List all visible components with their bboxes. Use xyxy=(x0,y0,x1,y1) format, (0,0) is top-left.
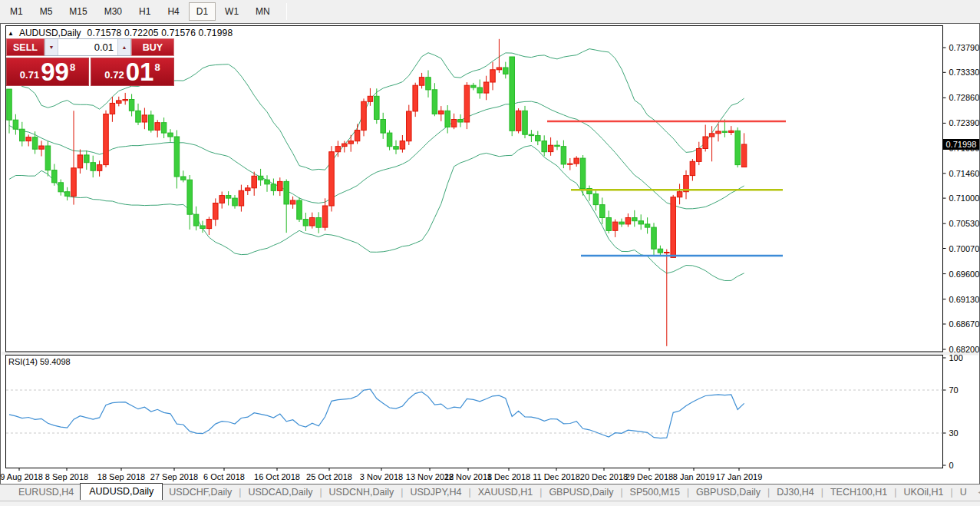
candle-body xyxy=(355,131,360,141)
candle-body xyxy=(58,183,64,192)
candle-body xyxy=(703,137,708,149)
candle-body xyxy=(523,111,528,134)
candle-body xyxy=(716,131,721,134)
price-tick-label: 0.73330 xyxy=(949,68,980,77)
candle-body xyxy=(342,144,348,147)
candle-body xyxy=(110,103,115,114)
chart-tab-audusd-daily[interactable]: AUDUSD,Daily xyxy=(80,483,163,500)
candle-body xyxy=(658,249,663,253)
candle-body xyxy=(335,147,341,152)
date-tick-label: 20 Dec 2018 xyxy=(580,472,628,481)
candle-body xyxy=(161,123,167,133)
candle-body xyxy=(129,100,134,111)
date-tick-label: 29 Aug 2018 xyxy=(0,472,43,481)
candle-body xyxy=(536,136,541,141)
candle-body xyxy=(671,197,676,258)
timeframe-button-m30[interactable]: M30 xyxy=(97,2,130,21)
candle-body xyxy=(432,90,437,114)
chart-tab-usdchf-daily[interactable]: USDCHF,Daily xyxy=(163,485,238,499)
tab-scroll-arrows: ◄► xyxy=(973,487,980,498)
date-tick-label: 8 Sep 2018 xyxy=(45,472,88,481)
candle-body xyxy=(39,146,45,149)
timeframe-button-h1[interactable]: H1 xyxy=(131,2,158,21)
candle-body xyxy=(612,222,618,230)
rsi-tick-label: 0 xyxy=(949,461,954,470)
candle-body xyxy=(193,214,199,226)
candle-body xyxy=(407,111,412,141)
timeframe-button-m1[interactable]: M1 xyxy=(2,2,31,21)
candle-body xyxy=(97,165,102,171)
timeframe-button-m5[interactable]: M5 xyxy=(32,2,61,21)
candle-body xyxy=(375,96,380,119)
candle-body xyxy=(600,205,605,218)
candle-body xyxy=(665,253,670,253)
price-tick-label: 0.70070 xyxy=(949,244,980,253)
chart-tab-gbpusd-daily[interactable]: GBPUSD,Daily xyxy=(690,485,767,499)
timeframe-button-m15[interactable]: M15 xyxy=(61,2,94,21)
timeframe-button-d1[interactable]: D1 xyxy=(189,2,216,21)
collapse-triangle-icon[interactable]: ▲ xyxy=(8,30,14,37)
chart-tab-usdcad-daily[interactable]: USDCAD,Daily xyxy=(242,485,318,499)
chart-tab-usdcnh-daily[interactable]: USDCNH,Daily xyxy=(323,485,401,499)
candle-body xyxy=(20,129,25,141)
candle-body xyxy=(625,218,631,224)
volume-increase-icon[interactable]: ▲ xyxy=(117,39,130,55)
chart-symbol-title: AUDUSD,Daily xyxy=(19,28,81,38)
candle-body xyxy=(419,78,424,86)
timeframe-button-mn[interactable]: MN xyxy=(248,2,278,21)
candle-body xyxy=(709,134,714,137)
candle-body xyxy=(464,85,470,122)
bid-price-big: 99 xyxy=(41,59,69,84)
chart-tab-xauusd-h1[interactable]: XAUUSD,H1 xyxy=(472,485,539,499)
candle-body xyxy=(542,141,547,152)
chart-tab-dj30-h4[interactable]: DJ30,H4 xyxy=(770,485,820,499)
sell-button[interactable]: SELL xyxy=(6,38,45,56)
bottom-strip xyxy=(0,501,980,506)
candle-body xyxy=(142,115,147,122)
chart-tab-eurusd-h4[interactable]: EURUSD,H4 xyxy=(12,485,80,499)
rsi-tick-label: 100 xyxy=(949,353,963,362)
candle-body xyxy=(361,101,367,130)
candle-body xyxy=(677,192,682,197)
candle-body xyxy=(149,115,154,131)
chart-tab-sp500-m15[interactable]: SP500,M15 xyxy=(624,485,686,499)
candle-body xyxy=(303,220,309,226)
candle-body xyxy=(45,146,51,170)
buy-button[interactable]: BUY xyxy=(131,38,174,56)
ask-quote-button[interactable]: 0.72 01 8 xyxy=(91,58,174,86)
candle-body xyxy=(52,170,58,183)
candle-body xyxy=(413,85,418,111)
ask-price-prefix: 0.72 xyxy=(104,69,124,85)
candle-body xyxy=(580,158,586,188)
candle-body xyxy=(735,131,741,164)
bid-quote-button[interactable]: 0.71 99 8 xyxy=(6,58,89,86)
candle-body xyxy=(278,181,283,190)
candle-body xyxy=(368,96,373,101)
date-tick-label: 11 Dec 2018 xyxy=(533,472,580,481)
candle-body xyxy=(400,141,405,150)
price-tick-label: 0.72860 xyxy=(949,93,980,102)
timeframe-toolbar: M1M5M15M30H1H4D1W1MN xyxy=(0,0,980,23)
candle-body xyxy=(233,198,238,206)
chart-tab-usdjpy-h4[interactable]: USDJPY,H4 xyxy=(404,485,467,499)
chart-tab-gbpusd-daily[interactable]: GBPUSD,Daily xyxy=(543,485,619,499)
candle-body xyxy=(477,88,483,93)
timeframe-button-w1[interactable]: W1 xyxy=(217,2,246,21)
timeframe-button-h4[interactable]: H4 xyxy=(160,2,186,21)
chart-tabs-bar: EURUSD,H4AUDUSD,DailyUSDCHF,Daily|USDCAD… xyxy=(0,484,980,500)
candle-body xyxy=(568,164,573,164)
candle-body xyxy=(490,70,496,82)
chart-tab-u[interactable]: U xyxy=(954,485,973,499)
chart-tab-ukoil-h1[interactable]: UKOil,H1 xyxy=(897,485,949,499)
pane-splitter[interactable] xyxy=(2,352,978,356)
candle-body xyxy=(458,120,464,123)
chart-tab-tech100-h1[interactable]: TECH100,H1 xyxy=(824,485,893,499)
candle-body xyxy=(697,149,702,162)
tab-scroll-left-icon[interactable]: ◄ xyxy=(973,487,980,498)
candle-body xyxy=(64,192,70,197)
volume-decrease-icon[interactable]: ▼ xyxy=(45,39,58,55)
volume-input[interactable]: 0.01 xyxy=(58,39,117,55)
chart-title-row: ▲ AUDUSD,Daily 0.71578 0.72205 0.71576 0… xyxy=(8,28,233,38)
candle-body xyxy=(619,222,625,224)
date-tick-label: 1 Dec 2018 xyxy=(487,472,530,481)
